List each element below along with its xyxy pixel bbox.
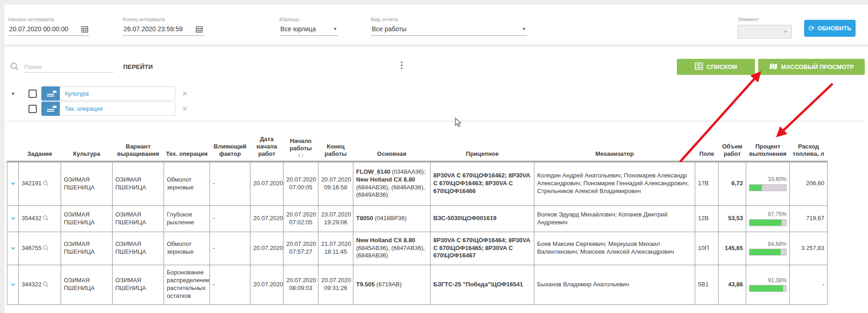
column-header[interactable]: Основная <box>353 122 431 161</box>
row-expand-chevron[interactable] <box>7 205 19 232</box>
cell-main-machine: T9.505 (6719АВ) <box>353 265 431 304</box>
cell-task: 342191 <box>19 161 61 205</box>
row-chevron-icon <box>11 283 16 286</box>
report-type-value[interactable]: Все работы <box>372 25 407 33</box>
progress-bar-fill <box>749 220 782 226</box>
go-button[interactable]: ПЕРЕЙТИ <box>123 63 153 70</box>
table-row: 354432ОЗИМАЯ ПШЕНИЦАОЗИМАЯ ПШЕНИЦАГлубок… <box>7 205 828 232</box>
column-header[interactable]: Культура <box>61 122 113 161</box>
column-header[interactable]: Дата начала работ <box>250 122 284 161</box>
cell-percent: 91,38% <box>746 265 790 304</box>
row-expand-chevron[interactable] <box>7 265 19 304</box>
calendar-icon[interactable] <box>81 26 88 33</box>
cell-culture: ОЗИМАЯ ПШЕНИЦА <box>61 265 113 304</box>
cell-operator: Боев Максим Сергеевич; Меркушов Михаил В… <box>534 232 695 265</box>
cell-date-start: 20.07.2020 <box>250 205 284 232</box>
column-header[interactable]: Расход топлива, л <box>790 122 828 161</box>
column-header[interactable]: Вариант выращивания <box>113 122 164 161</box>
row-chevron-icon <box>11 246 16 250</box>
percent-label: 84,68% <box>749 241 787 248</box>
cell-work-end: 21.07.202018:11:45 <box>318 232 353 265</box>
table-row: 342191ОЗИМАЯ ПШЕНИЦАОЗИМАЯ ПШЕНИЦАОбмоло… <box>7 161 828 205</box>
legal-entity-label: Юрлицо <box>279 17 338 22</box>
mass-view-button[interactable]: МАССОВЫЙ ПРОСМОТР <box>758 59 865 75</box>
interval-end-label: Конец интервала <box>123 17 204 22</box>
column-header[interactable]: Влияющий фактор <box>210 122 250 161</box>
column-header[interactable]: Прицепное <box>431 122 534 161</box>
row-chevron-icon <box>11 216 16 220</box>
close-icon[interactable]: ✕ <box>182 90 188 98</box>
legal-entity-value[interactable]: Все юрлица <box>280 25 316 33</box>
cell-fuel: 719,67 <box>790 205 828 232</box>
cell-operator: Колядин Андрей Анатольевич; Пономарев Ал… <box>534 161 695 205</box>
list-view-button[interactable]: СПИСКОМ <box>677 59 755 75</box>
close-icon[interactable]: ✕ <box>182 105 188 113</box>
cell-date-start: 20.07.2020 <box>250 232 284 265</box>
cell-variant: ОЗИМАЯ ПШЕНИЦА <box>113 265 164 304</box>
interval-start-field[interactable]: Начало интервала 20.07.2020 00:00:00 <box>8 17 89 36</box>
legal-entity-select[interactable]: Юрлицо Все юрлица ▼ <box>279 17 338 36</box>
cell-volume: 53,53 <box>719 205 746 232</box>
refresh-button[interactable]: ⟳ ОБНОВИТЬ <box>804 20 856 37</box>
column-header[interactable]: Начало работы <box>284 122 318 161</box>
report-type-select[interactable]: Вид отчета Все работы ▼ <box>371 17 527 36</box>
cell-factor: - <box>210 161 250 205</box>
row-chevron-icon <box>11 182 16 185</box>
table-row: 344322ОЗИМАЯ ПШЕНИЦАОЗИМАЯ ПШЕНИЦАБороно… <box>7 265 828 304</box>
chevron-down-icon[interactable]: ▼ <box>11 91 17 96</box>
chip-label[interactable]: Тех. операция <box>60 102 176 116</box>
percent-label: 87,75% <box>749 211 787 218</box>
percent-label: 33,60% <box>749 176 787 183</box>
column-header[interactable]: Задание <box>19 122 61 161</box>
interval-end-field[interactable]: Конец интервала 26.07.2020 23:59:59 <box>123 17 204 36</box>
element-select: Элемент ▼ <box>738 17 792 39</box>
column-header[interactable]: Поле <box>695 122 719 161</box>
row-expand-chevron[interactable] <box>7 161 19 205</box>
chevron-down-icon: ▼ <box>783 29 788 34</box>
cell-percent: 33,60% <box>746 161 790 205</box>
row-expand-chevron[interactable] <box>7 232 19 265</box>
interval-end-value[interactable]: 26.07.2020 23:59:59 <box>124 25 182 33</box>
chevron-down-icon[interactable]: ▼ <box>522 27 526 31</box>
cell-date-start: 20.07.2020 <box>250 161 284 205</box>
column-header[interactable]: Объем работ <box>719 122 746 161</box>
chip-checkbox[interactable] <box>28 105 37 113</box>
search-input[interactable] <box>23 62 113 73</box>
column-header[interactable]: Конец работы <box>318 122 353 161</box>
element-value-disabled: ▼ <box>738 25 792 39</box>
calendar-icon[interactable] <box>196 26 203 33</box>
column-header[interactable]: Тех. операция <box>164 122 210 161</box>
chip-label[interactable]: Культура <box>60 86 176 101</box>
table-grid-icon <box>695 63 703 71</box>
cell-date-start: 20.07.2020 <box>250 265 284 304</box>
cell-operation: Обмолот зерновые <box>164 161 210 205</box>
cell-trailer-machine: 8P30VA C 670\ЦОФ16464; 8P30VA C 670\ЦОФ1… <box>431 232 534 265</box>
cell-volume: 6,72 <box>719 161 746 205</box>
chevron-down-icon[interactable]: ▼ <box>333 27 337 31</box>
report-type-label: Вид отчета <box>371 17 527 22</box>
search-icon <box>10 62 19 73</box>
cell-work-start: 20.07.202007:02:05 <box>284 205 318 232</box>
kebab-menu-icon[interactable]: ⋮ <box>397 61 406 69</box>
cell-work-end: 20.07.202009:31:26 <box>318 265 353 304</box>
interval-start-value[interactable]: 20.07.2020 00:00:00 <box>9 25 68 33</box>
filter-chip-culture: ▼ Культура ✕ <box>11 86 188 101</box>
cell-factor: - <box>210 232 250 265</box>
cell-main-machine: New Holland CX 8.80 (6845АВ36), (6847АВ3… <box>353 232 431 265</box>
report-table: ЗаданиеКультураВариант выращиванияТех. о… <box>7 122 828 305</box>
column-header[interactable]: Механизатор <box>534 122 695 161</box>
progress-bar-fill <box>749 185 762 191</box>
cell-fuel: 3 257,83 <box>790 232 828 265</box>
cell-main-machine: FLOW_6140 (0348АА36); New Holland CX 8.8… <box>353 161 431 205</box>
progress-bar-fill <box>749 285 783 291</box>
hierarchy-icon[interactable] <box>41 86 60 101</box>
cell-factor: - <box>210 265 250 304</box>
cell-field: 12В <box>695 205 719 232</box>
search-icon <box>43 215 49 221</box>
hierarchy-icon[interactable] <box>41 102 60 116</box>
cell-fuel: - <box>790 265 828 304</box>
progress-bar <box>749 285 787 292</box>
chip-checkbox[interactable] <box>28 90 37 98</box>
cell-volume: 145,65 <box>719 232 746 265</box>
column-header[interactable]: Процент выполнения <box>746 122 790 161</box>
